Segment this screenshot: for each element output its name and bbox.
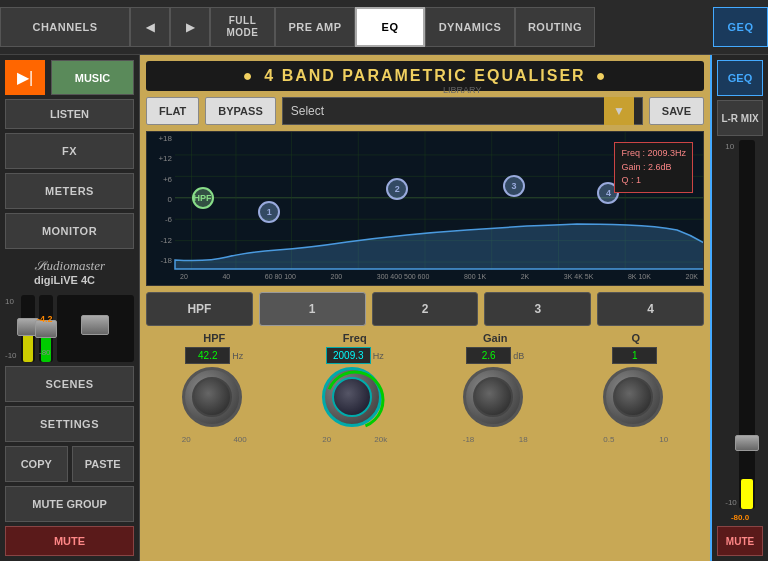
knob-ring-svg: [325, 370, 385, 430]
freq-2k: 2K: [521, 273, 530, 280]
logo-area: 𝒮tudiomaster digiLiVE 4C: [34, 258, 105, 286]
logo-script: 𝒮tudiomaster: [34, 258, 105, 274]
scenes-button[interactable]: SCENES: [5, 366, 134, 402]
freq-40: 40: [222, 273, 230, 280]
gain-unit: dB: [513, 351, 524, 361]
listen-button[interactable]: LISTEN: [5, 99, 134, 129]
gain-knob-label: Gain: [483, 332, 507, 344]
save-button[interactable]: SAVE: [649, 97, 704, 125]
flat-button[interactable]: FLAT: [146, 97, 199, 125]
copy-button[interactable]: COPY: [5, 446, 68, 482]
right-fader-thumb[interactable]: [735, 435, 759, 451]
hpf-knob[interactable]: [182, 367, 247, 432]
freq-knob-group: Freq 2009.3 Hz 20 20k: [287, 332, 424, 444]
dropdown-arrow[interactable]: ▼: [604, 97, 634, 125]
copy-paste-row: COPY PASTE: [5, 446, 134, 482]
eq-button[interactable]: EQ: [355, 7, 425, 47]
freq-100: 60 80 100: [265, 273, 296, 280]
hpf-value-row: 42.2 Hz: [185, 347, 243, 364]
freq-value: 2009.3: [326, 347, 371, 364]
pre-amp-button[interactable]: PRE AMP: [275, 7, 355, 47]
main-eq-area: ● 4 BAND PARAMETRIC EQUALISER ● FLAT BYP…: [140, 55, 710, 561]
q-knob-group: Q 1 0.5 10: [568, 332, 705, 444]
q-knob-label: Q: [631, 332, 640, 344]
nav-back-button[interactable]: ◀: [130, 7, 170, 47]
freq-range-min: 20: [322, 435, 331, 444]
db-label-0: 0: [147, 195, 175, 204]
eq-node-hpf[interactable]: HPF: [192, 187, 214, 209]
freq-knob[interactable]: [322, 367, 387, 432]
bypass-button[interactable]: BYPASS: [205, 97, 275, 125]
right-scale-neg10: -10: [725, 498, 737, 507]
library-label: LIBRARY: [443, 85, 481, 95]
right-scale-10: 10: [725, 142, 737, 151]
band-3-button[interactable]: 3: [484, 292, 591, 326]
q-range-min: 0.5: [603, 435, 614, 444]
freq-500: 300 400 500 600: [377, 273, 430, 280]
hpf-band-button[interactable]: HPF: [146, 292, 253, 326]
eq-graph[interactable]: +18 +12 +6 0 -6 -12 -18 HPF 1 2 3 4 Freq…: [146, 131, 704, 286]
right-db-value: -80.0: [731, 513, 749, 522]
eq-title: 4 BAND PARAMETRIC EQUALISER: [264, 67, 585, 85]
hpf-unit: Hz: [232, 351, 243, 361]
q-knob[interactable]: [603, 367, 668, 432]
band-1-button[interactable]: 1: [259, 292, 366, 326]
hpf-range: 20 400: [182, 435, 247, 444]
mute-button-left[interactable]: MUTE: [5, 526, 134, 556]
fader-scale-10: 10: [5, 297, 17, 306]
fader-track-main[interactable]: [57, 295, 134, 362]
dynamics-button[interactable]: DYNAMICS: [425, 7, 515, 47]
fader-track-yellow[interactable]: [21, 295, 35, 362]
channels-button[interactable]: CHANNELS: [0, 7, 130, 47]
q-range: 0.5 10: [603, 435, 668, 444]
full-mode-button[interactable]: FULL MODE: [210, 7, 275, 47]
geq-side-button[interactable]: GEQ: [717, 60, 763, 96]
monitor-button[interactable]: MONITOR: [5, 213, 134, 249]
lrmix-button[interactable]: L-R MIX: [717, 100, 763, 136]
tooltip-q: Q : 1: [621, 174, 686, 188]
freq-10k: 8K 10K: [628, 273, 651, 280]
mute-button-right[interactable]: MUTE: [717, 526, 763, 556]
play-button[interactable]: ▶|: [5, 60, 45, 95]
right-fader-level: [741, 479, 753, 509]
freq-value-row: 2009.3 Hz: [326, 347, 384, 364]
tooltip-gain: Gain : 2.6dB: [621, 161, 686, 175]
left-sidebar: ▶| MUSIC LISTEN FX METERS MONITOR 𝒮tudio…: [0, 55, 140, 561]
hpf-range-max: 400: [233, 435, 246, 444]
db-label-6: +6: [147, 175, 175, 184]
settings-button[interactable]: SETTINGS: [5, 406, 134, 442]
geq-top-button[interactable]: GEQ: [713, 7, 768, 47]
mute-group-button[interactable]: MUTE GROUP: [5, 486, 134, 522]
fader-thumb-main[interactable]: [81, 315, 109, 335]
gain-value-row: 2.6 dB: [466, 347, 524, 364]
nav-forward-button[interactable]: ▶: [170, 7, 210, 47]
db-labels: +18 +12 +6 0 -6 -12 -18: [147, 132, 175, 267]
freq-knob-label: Freq: [343, 332, 367, 344]
hpf-knob-label: HPF: [203, 332, 225, 344]
gain-range: -18 18: [463, 435, 528, 444]
routing-button[interactable]: ROUTING: [515, 7, 595, 47]
freq-5k: 3K 4K 5K: [564, 273, 594, 280]
right-fader-track[interactable]: [739, 140, 755, 509]
freq-200: 200: [330, 273, 342, 280]
freq-range: 20 20k: [322, 435, 387, 444]
select-label: Select: [291, 104, 324, 118]
eq-node-1[interactable]: 1: [258, 201, 280, 223]
hpf-knob-group: HPF 42.2 Hz 20 400: [146, 332, 283, 444]
db-label-neg12: -12: [147, 236, 175, 245]
band-4-button[interactable]: 4: [597, 292, 704, 326]
fader-scale-neg10: -10: [5, 351, 17, 360]
band-2-button[interactable]: 2: [372, 292, 479, 326]
fx-button[interactable]: FX: [5, 133, 134, 169]
eq-node-2[interactable]: 2: [386, 178, 408, 200]
paste-button[interactable]: PASTE: [72, 446, 135, 482]
gain-knob[interactable]: [463, 367, 528, 432]
library-select-container: LIBRARY Select ▼: [282, 97, 643, 125]
freq-1k: 800 1K: [464, 273, 486, 280]
select-dropdown[interactable]: Select ▼: [282, 97, 643, 125]
title-dot-left: ●: [243, 67, 255, 85]
music-button[interactable]: MUSIC: [51, 60, 134, 95]
tooltip-freq: Freq : 2009.3Hz: [621, 147, 686, 161]
eq-node-3[interactable]: 3: [503, 175, 525, 197]
meters-button[interactable]: METERS: [5, 173, 134, 209]
